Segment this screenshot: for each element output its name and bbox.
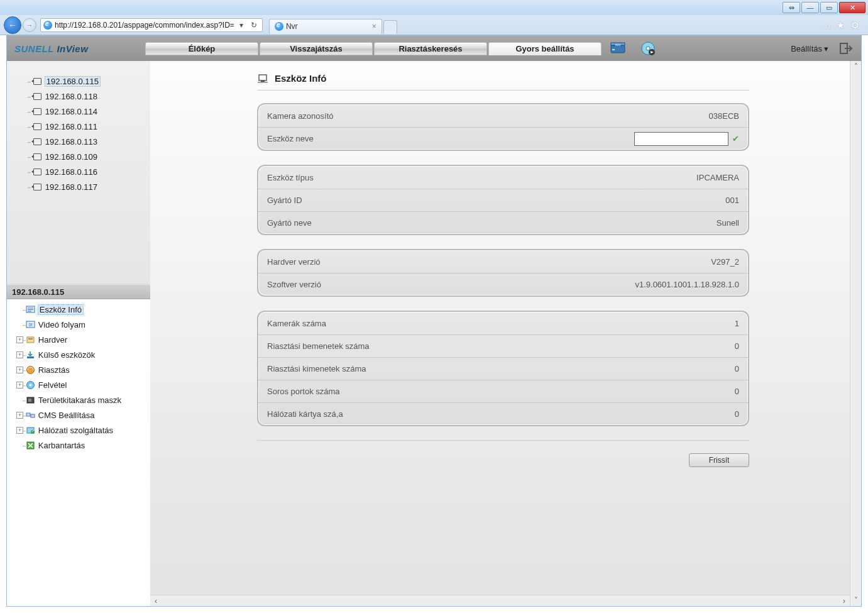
- home-icon[interactable]: ⌂: [825, 20, 830, 30]
- disc-icon[interactable]: [639, 40, 657, 57]
- svg-text:0f: 0f: [28, 323, 32, 327]
- scroll-right-icon[interactable]: ›: [838, 596, 850, 606]
- window-compat-button[interactable]: ⇔: [783, 2, 800, 13]
- device-tree-item[interactable]: ···192.168.0.116: [7, 164, 150, 179]
- tree-item-icon: [26, 335, 35, 345]
- panel-counts: Kamerák száma 1 Riasztási bemenetek szám…: [257, 311, 749, 426]
- svg-text:HDD: HDD: [615, 43, 621, 47]
- addr-dropdown-icon[interactable]: ▾: [236, 19, 247, 31]
- config-tree-item[interactable]: ···Karbantartás: [7, 438, 150, 453]
- tree-item-icon: [26, 441, 35, 450]
- vertical-scrollbar[interactable]: ˄ ˅: [850, 61, 861, 606]
- label-camera-id: Kamera azonosító: [267, 111, 709, 121]
- tree-item-icon: [26, 426, 35, 435]
- config-tree-item[interactable]: ···+Hálózati szolgáltatás: [7, 422, 150, 438]
- expand-icon[interactable]: +: [16, 427, 23, 434]
- expand-icon[interactable]: +: [16, 412, 23, 419]
- label-device-name: Eszköz neve: [267, 134, 634, 143]
- panel-version: Hardver verzió V297_2 Szoftver verzió v1…: [257, 249, 749, 297]
- svg-rect-2: [612, 49, 615, 50]
- label-nic: Hálózati kártya szá,a: [267, 409, 735, 419]
- svg-point-26: [31, 430, 35, 434]
- page-title: Eszköz Infó: [257, 69, 749, 91]
- device-tree: ···192.168.0.115···192.168.0.118···192.1…: [7, 61, 150, 284]
- tab-close-icon[interactable]: ×: [372, 22, 376, 31]
- logout-icon[interactable]: [838, 42, 855, 55]
- svg-rect-29: [261, 80, 265, 82]
- svg-point-5: [646, 47, 650, 50]
- device-tree-item[interactable]: ···192.168.0.117: [7, 179, 150, 194]
- check-icon: ✔: [732, 134, 739, 143]
- settings-dropdown[interactable]: Beállítás ▾: [791, 44, 828, 53]
- value-vendor-name: Sunell: [717, 218, 739, 228]
- camera-icon: [31, 168, 41, 175]
- label-cam-count: Kamerák száma: [267, 319, 735, 328]
- expand-icon[interactable]: +: [16, 351, 23, 358]
- horizontal-scrollbar[interactable]: ‹ ›: [150, 595, 850, 606]
- nav-forward-button[interactable]: →: [23, 18, 36, 32]
- device-tree-item[interactable]: ···192.168.0.114: [7, 104, 150, 119]
- address-bar[interactable]: http://192.168.0.201/asppage/common/inde…: [40, 18, 263, 32]
- config-tree-item[interactable]: ···+Hardver: [7, 332, 150, 347]
- svg-rect-23: [26, 413, 30, 416]
- config-tree-item[interactable]: ···Területkitakarás maszk: [7, 392, 150, 407]
- label-hw-ver: Hardver verzió: [267, 257, 711, 267]
- app-header: SUNELL InView Élőkép Visszajátszás Riasz…: [7, 36, 861, 61]
- panel-identity: Kamera azonosító 038ECB Eszköz neve ✔: [257, 103, 749, 151]
- divider: [257, 440, 749, 441]
- svg-rect-22: [28, 399, 31, 402]
- window-maximize-button[interactable]: ▭: [820, 2, 838, 13]
- device-tree-item[interactable]: ···192.168.0.118: [7, 89, 150, 104]
- tab-alarm-search[interactable]: Riasztáskeresés: [374, 42, 487, 55]
- config-tree-item[interactable]: ···0fVideó folyam: [7, 317, 150, 332]
- nav-back-button[interactable]: ←: [4, 16, 21, 34]
- section-header: 192.168.0.115: [7, 284, 150, 299]
- refresh-icon[interactable]: ↻: [248, 19, 260, 31]
- scroll-left-icon[interactable]: ‹: [150, 596, 162, 606]
- expand-icon[interactable]: +: [16, 367, 23, 373]
- tree-item-icon: [26, 350, 35, 360]
- value-device-type: IPCAMERA: [696, 173, 739, 182]
- label-vendor-id: Gyártó ID: [267, 196, 725, 205]
- tab-quick-setup[interactable]: Gyors beállítás: [488, 42, 602, 55]
- value-camera-id: 038ECB: [709, 111, 739, 121]
- tab-playback[interactable]: Visszajátszás: [260, 42, 373, 55]
- browser-tab[interactable]: Nvr ×: [269, 19, 382, 34]
- camera-icon: [31, 77, 41, 85]
- tree-item-icon: [26, 411, 35, 420]
- svg-point-20: [29, 384, 31, 386]
- expand-icon[interactable]: +: [16, 336, 23, 343]
- label-vendor-name: Gyártó neve: [267, 218, 717, 228]
- svg-rect-28: [259, 75, 266, 80]
- config-tree-item[interactable]: ···+CMS Beállítása: [7, 407, 150, 422]
- label-alarm-in: Riasztási bemenetek száma: [267, 341, 735, 351]
- hdd-icon[interactable]: HDD: [609, 40, 627, 57]
- favorites-icon[interactable]: ★: [837, 20, 845, 30]
- tab-title: Nvr: [286, 22, 298, 31]
- gear-icon[interactable]: ⚙: [851, 20, 859, 30]
- panel-vendor: Eszköz típus IPCAMERA Gyártó ID 001 Gyár…: [257, 165, 749, 235]
- device-tree-item[interactable]: ···192.168.0.115: [7, 74, 150, 89]
- address-url: http://192.168.0.201/asppage/common/inde…: [55, 21, 234, 30]
- window-minimize-button[interactable]: —: [801, 2, 819, 13]
- value-vendor-id: 001: [725, 196, 739, 205]
- config-tree-item[interactable]: ···+Riasztás: [7, 362, 150, 377]
- config-tree-item[interactable]: ···+Külső eszközök: [7, 347, 150, 362]
- device-name-input[interactable]: [634, 132, 728, 146]
- camera-icon: [31, 92, 41, 100]
- window-close-button[interactable]: ✕: [839, 2, 865, 13]
- window-titlebar: ⇔ — ▭ ✕: [0, 0, 868, 15]
- new-tab-button[interactable]: [383, 20, 397, 34]
- browser-toolbar: ← → http://192.168.0.201/asppage/common/…: [0, 15, 868, 35]
- config-tree-item[interactable]: ···+Felvétel: [7, 377, 150, 392]
- camera-icon: [31, 108, 41, 115]
- scroll-down-icon[interactable]: ˅: [850, 595, 861, 606]
- expand-icon[interactable]: +: [16, 382, 23, 389]
- device-tree-item[interactable]: ···192.168.0.109: [7, 149, 150, 164]
- device-tree-item[interactable]: ···192.168.0.113: [7, 134, 150, 149]
- config-tree-item[interactable]: ···Eszköz Infó: [7, 302, 150, 317]
- device-tree-item[interactable]: ···192.168.0.111: [7, 119, 150, 134]
- tab-live[interactable]: Élőkép: [145, 42, 258, 55]
- refresh-button[interactable]: Frissít: [689, 453, 749, 467]
- scroll-up-icon[interactable]: ˄: [850, 61, 861, 72]
